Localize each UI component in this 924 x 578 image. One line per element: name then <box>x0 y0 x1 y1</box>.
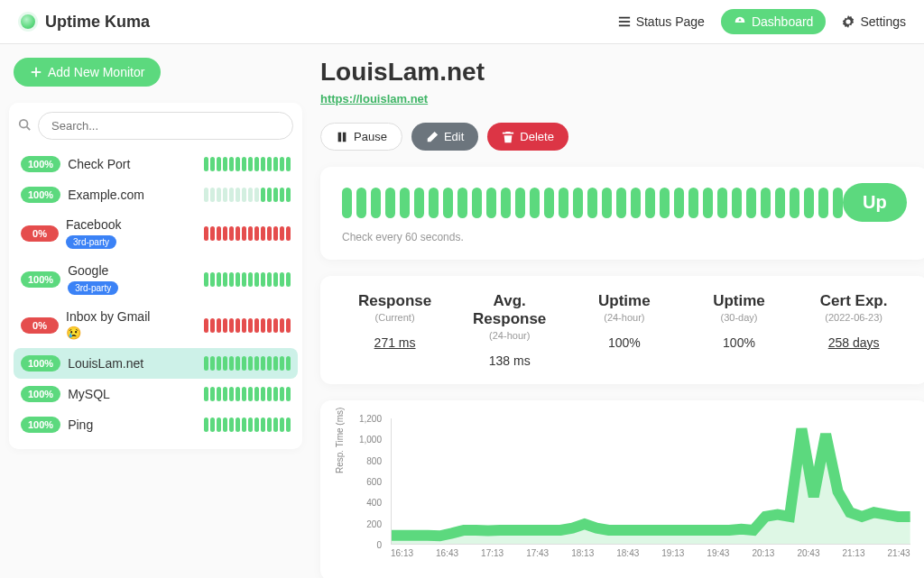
chart-y-tick: 600 <box>366 477 382 487</box>
uptime-badge: 100% <box>21 417 60 433</box>
stat-subtitle: (24-hour) <box>457 330 562 341</box>
monitor-emoji: 😢 <box>66 326 81 340</box>
stat-value[interactable]: 258 days <box>801 335 907 350</box>
uptime-badge: 100% <box>21 156 60 172</box>
stat-title: Cert Exp. <box>801 292 907 310</box>
chart-y-tick: 1,000 <box>359 435 382 445</box>
chart-y-label: Resp. Time (ms) <box>335 408 345 473</box>
svg-rect-7 <box>338 132 342 142</box>
stat-title: Uptime <box>686 292 791 310</box>
monitor-list: 100%Check Port100%Example.com0%Facebook3… <box>9 103 302 449</box>
uptime-badge: 0% <box>21 317 59 334</box>
svg-rect-4 <box>32 71 42 73</box>
stat: Uptime(30-day)100% <box>686 292 791 368</box>
stat-subtitle: (24-hour) <box>571 312 677 323</box>
stat-value: 100% <box>571 335 677 350</box>
search-icon <box>18 118 31 134</box>
logo-icon <box>18 12 38 32</box>
heartbeat-mini <box>204 417 291 432</box>
monitor-item[interactable]: 100%MySQL <box>14 379 298 409</box>
response-time-chart: Resp. Time (ms) 02004006008001,0001,200 … <box>320 400 924 578</box>
monitor-item[interactable]: 0%Inbox by Gmail😢 <box>14 302 298 348</box>
heartbeat-bar <box>342 188 843 218</box>
search-input[interactable] <box>38 112 293 140</box>
monitor-name: MySQL <box>68 387 197 401</box>
monitor-name: Facebook <box>66 217 197 232</box>
stat-title: Uptime <box>571 292 677 310</box>
chart-y-tick: 1,200 <box>359 414 382 424</box>
brand[interactable]: Uptime Kuma <box>18 12 150 32</box>
chart-x-tick: 18:43 <box>616 548 639 558</box>
plus-icon <box>30 66 42 78</box>
gear-icon <box>842 15 855 28</box>
monitor-item[interactable]: 100%Ping <box>14 409 298 440</box>
heartbeat-mini <box>204 272 291 287</box>
stat: Response(Current)271 ms <box>342 292 448 368</box>
nav-dashboard[interactable]: Dashboard <box>721 9 827 34</box>
stat: Cert Exp.(2022-06-23)258 days <box>801 292 907 368</box>
heartbeat-mini <box>204 188 291 202</box>
brand-name: Uptime Kuma <box>45 13 150 32</box>
check-interval-note: Check every 60 seconds. <box>342 231 907 243</box>
stat-subtitle: (Current) <box>342 312 448 323</box>
chart-x-tick: 19:13 <box>661 548 684 558</box>
monitor-name: Example.com <box>68 188 197 202</box>
chart-y-tick: 800 <box>366 455 382 465</box>
chart-x-tick: 16:13 <box>391 548 413 558</box>
stat-subtitle: (30-day) <box>686 312 791 323</box>
trash-icon <box>502 131 514 143</box>
chart-x-tick: 20:43 <box>797 548 819 558</box>
monitor-tag: 3rd-party <box>66 235 116 249</box>
monitor-name: Google <box>68 263 197 278</box>
edit-button[interactable]: Edit <box>411 123 478 151</box>
page-title: LouisLam.net <box>320 58 924 87</box>
heartbeat-mini <box>204 318 291 333</box>
uptime-badge: 100% <box>21 355 60 372</box>
stat-title: Response <box>342 292 448 310</box>
monitor-url-link[interactable]: https://louislam.net <box>320 92 428 106</box>
stat-subtitle: (2022-06-23) <box>801 312 907 323</box>
heartbeat-mini <box>204 387 291 401</box>
nav-status-page[interactable]: Status Page <box>618 14 705 29</box>
chart-y-tick: 200 <box>366 518 382 528</box>
nav-settings[interactable]: Settings <box>842 14 906 29</box>
monitor-tag: 3rd-party <box>68 281 118 295</box>
chart-y-tick: 400 <box>366 498 382 508</box>
uptime-badge: 0% <box>21 225 59 242</box>
pause-button[interactable]: Pause <box>320 123 402 151</box>
heartbeat-mini <box>204 356 291 371</box>
stat-value: 138 ms <box>457 353 562 368</box>
stat: Avg. Response(24-hour)138 ms <box>457 292 562 368</box>
svg-rect-0 <box>619 17 630 19</box>
monitor-item[interactable]: 100%Google3rd-party <box>14 256 298 302</box>
svg-point-5 <box>20 119 28 127</box>
monitor-item[interactable]: 100%Check Port <box>14 149 298 179</box>
monitor-item[interactable]: 100%LouisLam.net <box>14 348 298 379</box>
chart-y-tick: 0 <box>376 540 382 550</box>
chart-x-tick: 18:13 <box>571 548 594 558</box>
gauge-icon <box>734 15 746 28</box>
chart-x-tick: 17:43 <box>526 548 549 558</box>
uptime-badge: 100% <box>21 386 60 402</box>
chart-x-tick: 16:43 <box>436 548 458 558</box>
chart-x-tick: 21:13 <box>842 548 864 558</box>
chart-x-tick: 21:43 <box>888 548 910 558</box>
monitor-name: Inbox by Gmail <box>66 309 197 324</box>
add-monitor-button[interactable]: Add New Monitor <box>14 58 161 87</box>
edit-icon <box>426 131 439 143</box>
delete-button[interactable]: Delete <box>487 123 568 151</box>
status-badge: Up <box>843 183 907 222</box>
stat: Uptime(24-hour)100% <box>571 292 677 368</box>
monitor-item[interactable]: 100%Example.com <box>14 179 298 210</box>
monitor-name: Check Port <box>68 157 197 171</box>
pause-icon <box>336 131 348 143</box>
monitor-item[interactable]: 0%Facebook3rd-party <box>14 210 298 256</box>
chart-x-tick: 17:13 <box>481 548 504 558</box>
svg-rect-1 <box>619 21 630 23</box>
heartbeat-mini <box>204 226 291 241</box>
monitor-name: Ping <box>68 417 197 432</box>
heartbeat-mini <box>204 157 291 171</box>
list-icon <box>618 15 631 28</box>
stat-value: 100% <box>686 335 791 350</box>
stat-value[interactable]: 271 ms <box>342 335 448 350</box>
